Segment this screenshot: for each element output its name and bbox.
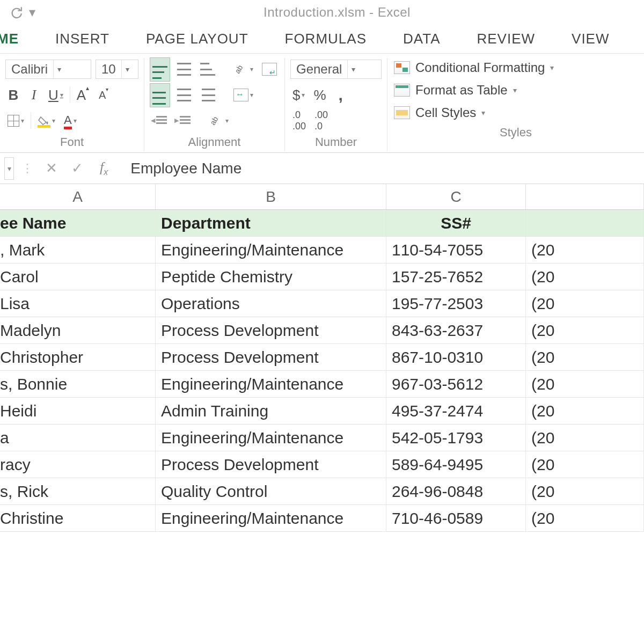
spreadsheet-grid[interactable]: A B C ee Name Department SS# , MarkEngin…	[0, 184, 644, 532]
align-left-button[interactable]	[150, 83, 170, 107]
align-right-button[interactable]	[198, 85, 217, 105]
format-as-table-button[interactable]: Format as Table▾	[393, 80, 639, 100]
cell[interactable]: (20	[526, 425, 644, 451]
insert-function-button[interactable]: fx	[92, 159, 115, 177]
header-cell[interactable]	[526, 210, 644, 236]
cell[interactable]: s, Rick	[0, 478, 156, 504]
orientation-button[interactable]	[231, 60, 255, 79]
align-top-button[interactable]	[150, 57, 170, 82]
cell[interactable]: (20	[526, 317, 644, 343]
underline-button[interactable]: U	[46, 85, 65, 105]
tab-view[interactable]: VIEW	[569, 26, 611, 52]
col-header-A[interactable]: A	[0, 184, 156, 209]
cell[interactable]: (20	[526, 478, 644, 504]
col-header-B[interactable]: B	[156, 184, 386, 209]
cell[interactable]: 542-05-1793	[386, 425, 526, 451]
cell[interactable]: Process Development	[156, 344, 386, 370]
tab-page-layout[interactable]: PAGE LAYOUT	[144, 26, 251, 52]
cell[interactable]: (20	[526, 237, 644, 263]
cell[interactable]: 195-77-2503	[386, 290, 526, 317]
cell[interactable]: (20	[526, 451, 644, 478]
tab-data[interactable]: DATA	[401, 26, 442, 52]
quick-access-dropdown[interactable]: ▾	[28, 3, 36, 21]
align-center-button[interactable]	[174, 85, 194, 105]
cell[interactable]: 867-10-0310	[386, 344, 526, 370]
align-middle-icon	[177, 63, 192, 76]
tab-formulas[interactable]: FORMULAS	[283, 26, 369, 52]
increase-indent-button[interactable]	[173, 111, 193, 130]
cell[interactable]: 967-03-5612	[386, 371, 526, 397]
borders-button[interactable]	[5, 111, 26, 130]
cell[interactable]: 710-46-0589	[386, 505, 526, 531]
header-cell[interactable]: SS#	[386, 210, 526, 236]
cell[interactable]: 495-37-2474	[386, 398, 526, 424]
percent-button[interactable]: %	[311, 85, 328, 105]
cell[interactable]: , Mark	[0, 237, 156, 263]
redo-button[interactable]	[6, 3, 25, 21]
cell[interactable]: 110-54-7055	[386, 237, 526, 263]
cell[interactable]: Christine	[0, 505, 156, 531]
formula-input[interactable]: Employee Name	[120, 160, 640, 177]
header-cell[interactable]: Department	[156, 210, 386, 236]
align-bottom-button[interactable]	[198, 60, 217, 79]
cell[interactable]: Admin Training	[156, 398, 386, 424]
cell[interactable]: Lisa	[0, 290, 156, 317]
cell[interactable]: (20	[526, 398, 644, 424]
cell[interactable]: (20	[526, 371, 644, 397]
cell[interactable]: Engineering/Maintenance	[156, 371, 386, 397]
enter-button[interactable]: ✓	[67, 158, 88, 179]
cell[interactable]: (20	[526, 290, 644, 317]
conditional-formatting-button[interactable]: Conditional Formatting▾	[393, 58, 639, 77]
bold-button[interactable]: B	[5, 85, 21, 105]
decrease-font-button[interactable]: A▾	[96, 85, 112, 105]
tab-insert[interactable]: INSERT	[53, 26, 112, 52]
cell[interactable]: (20	[526, 344, 644, 370]
cell[interactable]: (20	[526, 264, 644, 290]
col-header-C[interactable]: C	[386, 184, 526, 209]
font-color-button[interactable]: A	[62, 111, 79, 130]
tab-home[interactable]: ME	[0, 26, 21, 52]
cell[interactable]: Peptide Chemistry	[156, 264, 386, 290]
cell[interactable]: Christopher	[0, 344, 156, 370]
decrease-indent-button[interactable]	[150, 111, 169, 130]
cell[interactable]: Operations	[156, 290, 386, 317]
cell[interactable]: Process Development	[156, 317, 386, 343]
italic-button[interactable]: I	[26, 85, 42, 105]
name-box[interactable]: ▾	[4, 157, 14, 180]
accounting-format-button[interactable]: $	[290, 85, 307, 105]
cancel-button[interactable]: ✕	[41, 158, 62, 179]
comma-style-button[interactable]: ,	[333, 85, 349, 105]
cell[interactable]: Engineering/Maintenance	[156, 237, 386, 263]
cell[interactable]: 264-96-0848	[386, 478, 526, 504]
cell[interactable]: Heidi	[0, 398, 156, 424]
cell[interactable]: 589-64-9495	[386, 451, 526, 478]
cell[interactable]: 157-25-7652	[386, 264, 526, 290]
cell[interactable]: a	[0, 425, 156, 451]
merge-center-button[interactable]	[231, 85, 255, 105]
fill-color-button[interactable]	[35, 111, 57, 130]
cell[interactable]: s, Bonnie	[0, 371, 156, 397]
table-row: HeidiAdmin Training495-37-2474(20	[0, 398, 644, 425]
font-size-select[interactable]: 10 ▾	[96, 60, 138, 79]
orientation-button-2[interactable]	[207, 111, 231, 130]
header-cell[interactable]: ee Name	[0, 210, 156, 236]
align-middle-button[interactable]	[174, 60, 194, 79]
col-header-D[interactable]	[526, 184, 644, 209]
cell[interactable]: Carol	[0, 264, 156, 290]
cell[interactable]: Quality Control	[156, 478, 386, 504]
cell[interactable]: (20	[526, 505, 644, 531]
wrap-text-button[interactable]	[260, 60, 279, 79]
cell-styles-button[interactable]: Cell Styles▾	[393, 103, 639, 122]
increase-font-button[interactable]: A▴	[75, 85, 91, 105]
number-format-select[interactable]: General ▾	[290, 60, 382, 79]
cell[interactable]: 843-63-2637	[386, 317, 526, 343]
tab-review[interactable]: REVIEW	[474, 26, 537, 52]
font-name-select[interactable]: Calibri ▾	[5, 60, 91, 79]
cell[interactable]: Process Development	[156, 451, 386, 478]
cell[interactable]: Engineering/Maintenance	[156, 505, 386, 531]
cell[interactable]: racy	[0, 451, 156, 478]
increase-decimal-button[interactable]: .0.00	[290, 111, 308, 130]
decrease-decimal-button[interactable]: .00.0	[312, 111, 330, 130]
cell[interactable]: Engineering/Maintenance	[156, 425, 386, 451]
cell[interactable]: Madelyn	[0, 317, 156, 343]
